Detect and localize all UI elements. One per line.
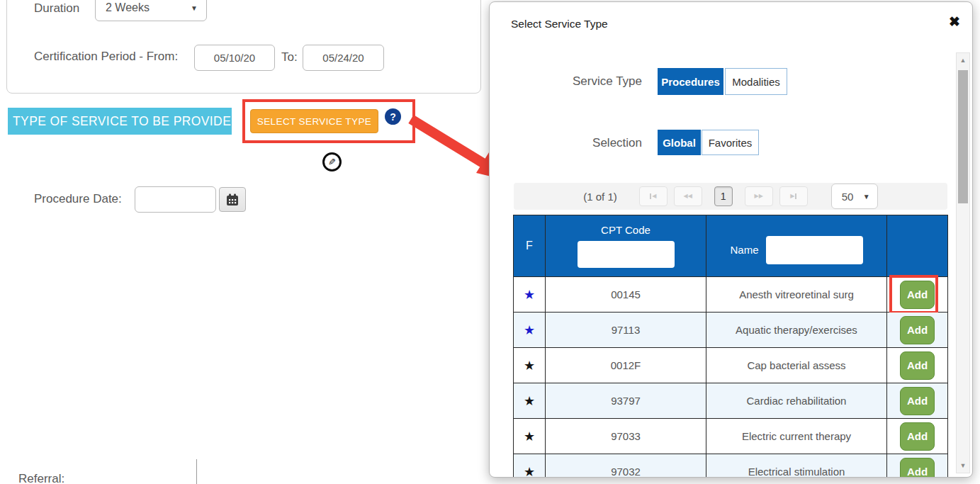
cert-to-input[interactable]	[303, 45, 384, 71]
duration-label: Duration	[34, 1, 79, 16]
select-service-type-modal: Select Service Type ✖ Service Type Proce…	[489, 1, 973, 478]
add-cell: Add	[887, 419, 948, 454]
add-cell: Add	[887, 383, 948, 419]
page-size-select[interactable]: 50 ▼	[831, 184, 878, 209]
procedure-date-input[interactable]	[135, 186, 216, 213]
procedure-name-cell: Cap bacterial assess	[706, 348, 887, 383]
favorite-cell: ★	[514, 277, 546, 313]
table-row: ★ 0012F Cap bacterial assess Add	[514, 348, 948, 383]
cpt-code-column-header: CPT Code	[546, 215, 706, 277]
next-page-button[interactable]: ▶▶	[745, 186, 773, 206]
procedure-name-cell: Cardiac rehabilitation	[706, 383, 887, 419]
prev-page-button[interactable]: ◀◀	[674, 186, 702, 206]
service-type-option-modalities[interactable]: Modalities	[725, 68, 787, 95]
close-icon[interactable]: ✖	[949, 13, 960, 30]
select-service-type-button[interactable]: SELECT SERVICE TYPE	[250, 109, 378, 133]
calendar-button[interactable]	[219, 187, 246, 212]
table-row: ★ 97113 Aquatic therapy/exercises Add	[514, 313, 948, 348]
last-page-icon: ▶	[790, 193, 794, 199]
page-status: (1 of 1)	[583, 191, 617, 203]
favorite-star-icon[interactable]: ★	[524, 288, 535, 302]
add-cell: Add	[887, 277, 948, 313]
name-column-header: Name	[706, 215, 887, 277]
table-row: ★ 97032 Electrical stimulation Add	[514, 454, 948, 478]
favorite-cell: ★	[514, 454, 546, 478]
chevron-down-icon: ▼	[863, 193, 870, 201]
referral-label: Referral:	[18, 472, 64, 484]
to-label: To:	[281, 50, 298, 64]
favorite-cell: ★	[514, 419, 546, 454]
scroll-down-icon[interactable]: ▼	[957, 458, 969, 473]
add-cell: Add	[887, 313, 948, 348]
modal-title: Select Service Type	[511, 18, 608, 30]
procedure-name-cell: Anesth vitreoretinal surg	[706, 277, 887, 313]
procedure-name-cell: Electrical stimulation	[706, 454, 887, 478]
cpt-code-cell: 00145	[546, 277, 706, 313]
cpt-code-filter-input[interactable]	[578, 241, 675, 268]
duration-select-value: 2 Weeks	[106, 1, 150, 14]
certification-period-label: Certification Period - From:	[34, 50, 178, 64]
cpt-code-cell: 0012F	[546, 348, 706, 383]
cpt-code-cell: 97113	[546, 313, 706, 348]
selection-option-global[interactable]: Global	[658, 130, 701, 155]
next-page-icon: ▶▶	[755, 193, 763, 199]
add-cell: Add	[887, 348, 948, 383]
favorite-cell: ★	[514, 313, 546, 348]
name-filter-input[interactable]	[766, 236, 863, 264]
table-row: ★ 93797 Cardiac rehabilitation Add	[514, 383, 948, 419]
favorite-star-icon[interactable]: ★	[524, 429, 535, 444]
add-column-header	[887, 215, 948, 277]
first-page-button[interactable]: ◀	[639, 186, 668, 206]
scrollbar-thumb[interactable]	[958, 70, 968, 203]
favorite-column-header: F	[514, 215, 546, 277]
table-row: ★ 97033 Electric current therapy Add	[514, 419, 948, 454]
add-button[interactable]: Add	[900, 387, 935, 415]
cpt-table: F CPT Code Name	[513, 215, 948, 478]
cert-from-input[interactable]	[194, 45, 275, 71]
selection-label: Selection	[564, 136, 642, 150]
cpt-code-cell: 93797	[546, 383, 706, 419]
help-icon[interactable]: ?	[385, 108, 401, 125]
type-of-service-section-header: TYPE OF SERVICE TO BE PROVIDED	[8, 108, 232, 135]
service-type-label: Service Type	[564, 74, 642, 89]
favorite-star-icon[interactable]: ★	[524, 359, 535, 373]
cpt-code-cell: 97032	[546, 454, 706, 478]
add-button[interactable]: Add	[900, 351, 935, 380]
page-size-value: 50	[842, 191, 854, 203]
selection-option-favorites[interactable]: Favorites	[702, 130, 759, 155]
table-row: ★ 00145 Anesth vitreoretinal surg Add	[514, 277, 948, 313]
service-type-option-procedures[interactable]: Procedures	[658, 68, 723, 95]
add-cell: Add	[887, 454, 948, 478]
current-page-button[interactable]: 1	[714, 186, 733, 206]
screen: Duration 2 Weeks ▼ Certification Period …	[0, 0, 980, 484]
duration-select[interactable]: 2 Weeks ▼	[95, 0, 207, 21]
favorite-star-icon[interactable]: ★	[524, 323, 535, 337]
prev-page-icon: ◀◀	[684, 193, 692, 199]
procedure-date-label: Procedure Date:	[34, 192, 122, 206]
last-page-button[interactable]: ▶	[779, 186, 808, 206]
procedure-name-cell: Electric current therapy	[706, 419, 887, 454]
calendar-icon	[226, 193, 239, 206]
modal-scrollbar[interactable]: ▲ ▼	[956, 52, 970, 473]
add-button[interactable]: Add	[900, 422, 935, 451]
edit-pencil-icon[interactable]: ✎	[322, 152, 342, 171]
favorite-star-icon[interactable]: ★	[524, 465, 535, 478]
procedure-name-cell: Aquatic therapy/exercises	[706, 313, 887, 348]
favorite-cell: ★	[514, 348, 546, 383]
add-button[interactable]: Add	[900, 458, 935, 478]
scroll-up-icon[interactable]: ▲	[957, 53, 969, 67]
first-page-icon	[650, 193, 651, 199]
cpt-code-cell: 97033	[546, 419, 706, 454]
section-divider	[196, 459, 197, 484]
table-header-row: F CPT Code Name	[514, 215, 948, 277]
add-button[interactable]: Add	[900, 281, 935, 309]
add-button[interactable]: Add	[900, 316, 935, 344]
favorite-cell: ★	[514, 383, 546, 419]
chevron-down-icon: ▼	[191, 4, 198, 12]
favorite-star-icon[interactable]: ★	[524, 394, 535, 408]
paginator: (1 of 1) ◀ ◀◀ 1 ▶▶ ▶ 50 ▼	[514, 183, 947, 210]
